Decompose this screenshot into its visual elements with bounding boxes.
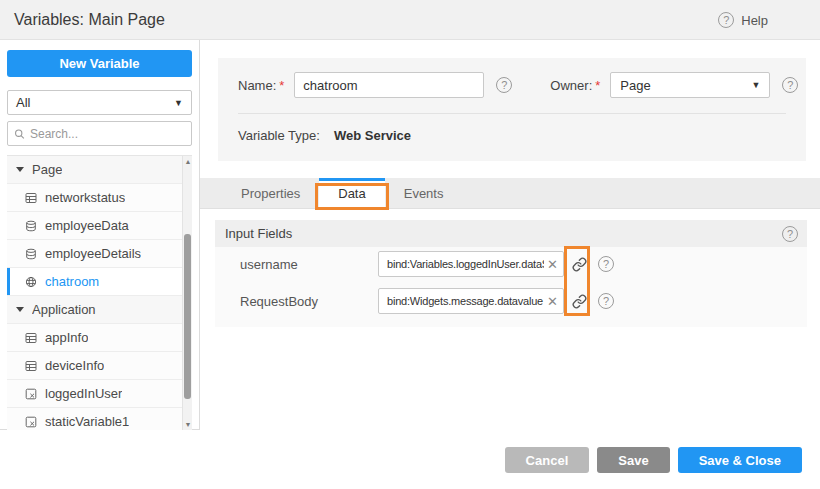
device-variable-icon: [25, 332, 37, 344]
live-variable-icon: [25, 220, 37, 232]
cancel-button[interactable]: Cancel: [505, 447, 590, 473]
tree-item-staticvariable1[interactable]: staticVariable1: [7, 408, 192, 430]
input-fields-header: Input Fields ?: [215, 220, 807, 247]
clear-bind-icon[interactable]: ✕: [547, 294, 558, 309]
requestbody-bind-input[interactable]: bind:Widgets.message.datavalue ✕: [378, 288, 564, 314]
variables-sidebar: New Variable All ▼ Page: [0, 40, 200, 430]
variable-detail-pane: Name:* ? Owner:* Page ▼ ? Variable Type:…: [200, 40, 820, 489]
variable-summary-panel: Name:* ? Owner:* Page ▼ ? Variable Type:…: [218, 58, 806, 161]
variables-dialog: Variables: Main Page ? Help New Variable…: [0, 0, 820, 489]
new-variable-button[interactable]: New Variable: [7, 50, 192, 77]
tree-item-appinfo[interactable]: appInfo: [7, 324, 192, 352]
scroll-up-icon[interactable]: ▲: [183, 156, 192, 168]
collapse-caret-icon: [16, 167, 24, 172]
live-variable-icon: [25, 248, 37, 260]
variable-tree: Page networkstatus employeeData: [7, 155, 192, 430]
tab-properties[interactable]: Properties: [222, 178, 319, 208]
tree-item-chatroom[interactable]: chatroom: [7, 268, 192, 296]
scrollbar-thumb[interactable]: [184, 234, 191, 399]
search-input[interactable]: [30, 127, 185, 141]
chevron-down-icon: ▼: [751, 80, 760, 90]
chevron-down-icon: ▼: [174, 98, 183, 108]
variable-type-value: Web Service: [334, 128, 411, 143]
tree-item-deviceinfo[interactable]: deviceInfo: [7, 352, 192, 380]
input-fields-body: username bind:Variables.loggedInUser.dat…: [215, 247, 807, 327]
field-label: RequestBody: [240, 294, 378, 309]
field-label: username: [240, 257, 378, 272]
tree-group-application[interactable]: Application: [7, 296, 192, 324]
static-variable-icon: [25, 416, 37, 428]
dialog-footer: Cancel Save Save & Close: [505, 447, 802, 473]
name-input[interactable]: [294, 72, 484, 98]
input-field-row-username: username bind:Variables.loggedInUser.dat…: [215, 247, 807, 277]
help-link[interactable]: ? Help: [718, 0, 768, 40]
tree-item-employeedata[interactable]: employeeData: [7, 212, 192, 240]
tree-item-loggedinuser[interactable]: loggedInUser: [7, 380, 192, 408]
clear-bind-icon[interactable]: ✕: [547, 257, 558, 272]
search-icon: [14, 127, 25, 141]
variable-type-label: Variable Type:: [238, 128, 320, 143]
username-bind-input[interactable]: bind:Variables.loggedInUser.dataSet.na ✕: [378, 251, 564, 277]
help-label: Help: [741, 13, 768, 28]
device-variable-icon: [25, 360, 37, 372]
save-button[interactable]: Save: [597, 447, 669, 473]
dialog-header: Variables: Main Page ? Help: [0, 0, 820, 40]
page-title: Variables: Main Page: [14, 0, 165, 40]
save-and-close-button[interactable]: Save & Close: [678, 447, 802, 473]
owner-help-icon[interactable]: ?: [782, 77, 798, 93]
search-box[interactable]: [7, 121, 192, 146]
required-marker: *: [279, 78, 284, 93]
owner-label: Owner:: [550, 78, 592, 93]
username-help-icon[interactable]: ?: [598, 256, 614, 272]
bind-link-button[interactable]: [568, 294, 590, 309]
bind-link-button[interactable]: [568, 257, 590, 272]
device-variable-icon: [25, 192, 37, 204]
bind-value: bind:Widgets.message.datavalue: [387, 295, 544, 307]
static-variable-icon: [25, 388, 37, 400]
scroll-down-icon[interactable]: ▼: [183, 419, 192, 430]
tab-bar: Properties Data Events: [200, 178, 820, 209]
tree-item-employeedetails[interactable]: employeeDetails: [7, 240, 192, 268]
filter-select[interactable]: All ▼: [7, 90, 192, 115]
tab-data[interactable]: Data: [319, 178, 384, 208]
requestbody-help-icon[interactable]: ?: [598, 293, 614, 309]
tree-group-page[interactable]: Page: [7, 156, 192, 184]
required-marker: *: [595, 78, 600, 93]
input-field-row-requestbody: RequestBody bind:Widgets.message.dataval…: [215, 288, 807, 314]
name-help-icon[interactable]: ?: [496, 77, 512, 93]
link-icon: [572, 257, 587, 272]
web-service-variable-icon: [25, 276, 37, 288]
input-fields-title: Input Fields: [225, 226, 782, 241]
bind-value: bind:Variables.loggedInUser.dataSet.na: [387, 258, 544, 270]
tab-events[interactable]: Events: [385, 178, 463, 208]
input-fields-help-icon[interactable]: ?: [782, 226, 798, 242]
filter-select-value: All: [16, 95, 174, 110]
tree-scrollbar[interactable]: ▲ ▼: [182, 156, 192, 430]
help-circle-icon: ?: [718, 12, 734, 28]
name-label: Name:: [238, 78, 276, 93]
input-fields-section: Input Fields ? username bind:Variables.l…: [215, 220, 807, 327]
link-icon: [572, 294, 587, 309]
owner-select[interactable]: Page ▼: [610, 72, 770, 98]
tree-item-networkstatus[interactable]: networkstatus: [7, 184, 192, 212]
owner-select-value: Page: [620, 78, 751, 93]
collapse-caret-icon: [16, 307, 24, 312]
